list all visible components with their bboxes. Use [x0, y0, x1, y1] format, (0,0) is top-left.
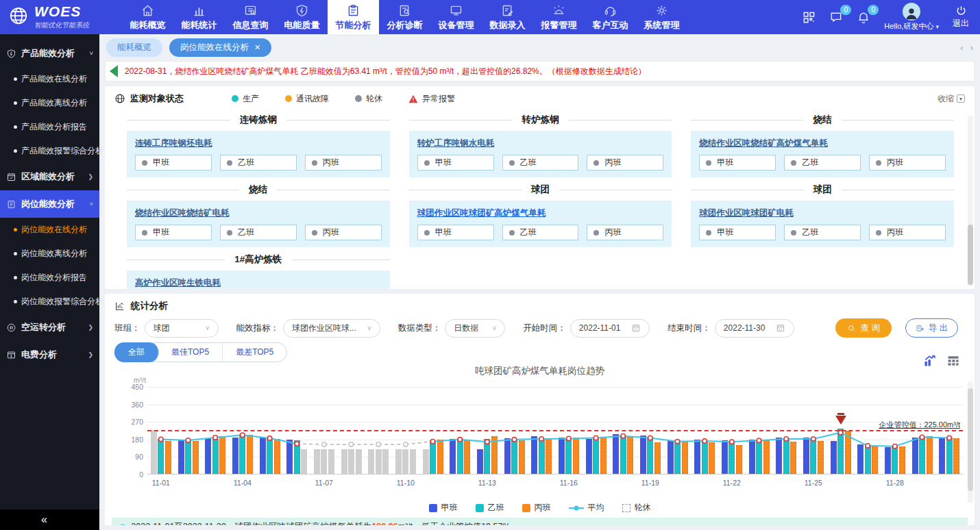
kpi-card-link[interactable]: 烧结作业区吨烧结矿高炉煤气单耗 [699, 138, 828, 149]
group-title: 烧结 [249, 184, 267, 196]
sidebar-item-electricity-fee[interactable]: 电费分析❯ [0, 341, 99, 368]
shift-button-2[interactable]: 乙班 [220, 225, 297, 240]
sidebar-subitem[interactable]: 岗位能效报警综合分析 [0, 290, 99, 314]
monitor-group: 球团球团作业区吨球团矿电耗甲班乙班丙班 [691, 177, 954, 247]
sidebar-item-post-analysis[interactable]: 岗位能效分析˅ [0, 190, 99, 218]
nav-item-power-quality[interactable]: 电能质量 [276, 0, 328, 34]
date-input-end-date[interactable]: 2022-11-30 [715, 319, 795, 338]
shift-button-1[interactable]: 甲班 [135, 225, 212, 240]
sidebar-subitem[interactable]: 产品能效在线分析 [0, 67, 99, 91]
page-tab[interactable]: 能耗概览 [106, 38, 162, 57]
close-icon[interactable]: ✕ [254, 43, 260, 52]
logout-button[interactable]: 退出 [953, 5, 969, 29]
sidebar-subitem[interactable]: 产品能效报警综合分析 [0, 139, 99, 163]
sidebar-collapse-button[interactable]: « [0, 509, 99, 530]
kpi-card-link[interactable]: 烧结作业区吨烧结矿电耗 [135, 207, 230, 219]
sidebar-subitem[interactable]: 岗位能效离线分析 [0, 242, 99, 266]
tab-next-icon[interactable]: › [970, 42, 973, 53]
shift-button-2[interactable]: 乙班 [784, 225, 861, 240]
stats-scrollbar-thumb[interactable] [968, 388, 973, 491]
legend-item[interactable]: 甲班 [429, 502, 458, 514]
stats-scrollbar[interactable] [968, 381, 973, 503]
sidebar-item-region-analysis[interactable]: 区域能效分析❯ [0, 163, 99, 190]
kpi-card-link[interactable]: 连铸工序吨钢坯电耗 [135, 138, 212, 149]
summary-suffix: m³/t，低于企业管控值19.57% [398, 522, 511, 526]
chart-view-toggle-icon[interactable] [922, 354, 938, 368]
sidebar-subitem[interactable]: 产品能效离线分析 [0, 91, 99, 115]
monitor-scrollbar[interactable] [968, 115, 973, 286]
power-quality-icon [295, 3, 309, 18]
select-data-type[interactable]: 日数据˅ [445, 319, 505, 338]
nav-item-info-query[interactable]: 信息查询 [225, 0, 276, 34]
sidebar-item-product-analysis[interactable]: 产品能效分析˅ [0, 40, 99, 67]
sidebar-item-idle-analysis[interactable]: 空运转分析❯ [0, 314, 99, 341]
shift-button-3[interactable]: 丙班 [869, 155, 946, 171]
monitor-scrollbar-thumb[interactable] [968, 225, 973, 285]
kpi-card-link[interactable]: 转炉工序吨钢水电耗 [417, 138, 495, 149]
shift-button-1[interactable]: 甲班 [699, 155, 776, 171]
kpi-card-link[interactable]: 球团作业区吨球团矿电耗 [699, 207, 794, 219]
shift-button-1[interactable]: 甲班 [699, 225, 776, 240]
user-menu[interactable]: Hello,研发中心 ▾ [884, 3, 939, 31]
shift-button-3[interactable]: 丙班 [305, 225, 382, 240]
nav-item-label: 信息查询 [233, 19, 269, 31]
shift-button-1[interactable]: 甲班 [417, 155, 494, 171]
nav-item-energy-analysis[interactable]: 节能分析 [328, 0, 379, 34]
nav-item-energy-stats[interactable]: 能耗统计 [173, 0, 225, 34]
diagnosis-icon [397, 3, 412, 18]
notifications-bell-icon[interactable]: 0 [857, 10, 870, 24]
select-shift-group[interactable]: 球团˅ [145, 319, 219, 338]
qr-code-icon[interactable] [803, 11, 816, 24]
divider [127, 190, 239, 190]
filter-end-date: 结束时间：2022-11-30 [667, 319, 794, 338]
kpi-card-link[interactable]: 高炉作业区吨生铁电耗 [135, 277, 221, 289]
filter-start-date: 开始时间：2022-11-01 [523, 319, 650, 338]
table-view-toggle-icon[interactable] [946, 354, 961, 368]
legend-item[interactable]: 乙班 [476, 502, 504, 514]
filter-data-type: 数据类型：日数据˅ [398, 319, 506, 338]
shift-button-2[interactable]: 乙班 [502, 225, 579, 240]
legend-item-rest[interactable]: 轮休 [622, 502, 651, 514]
tab-prev-icon[interactable]: ‹ [960, 42, 963, 53]
open-tabs-bar: 能耗概览岗位能效在线分析✕‹› [99, 34, 980, 60]
select-kpi[interactable]: 球团作业区吨球...˅ [283, 319, 380, 338]
rest-status-dot-icon [142, 230, 147, 236]
page-tab[interactable]: 岗位能效在线分析✕ [169, 38, 271, 57]
shift-button-1[interactable]: 甲班 [135, 155, 212, 171]
nav-item-customer[interactable]: 客户互动 [585, 0, 636, 34]
nav-item-device-mgmt[interactable]: 设备管理 [430, 0, 482, 34]
legend-item-average[interactable]: 平均 [569, 502, 604, 514]
filter-value: 2022-11-30 [724, 323, 765, 333]
shift-button-3[interactable]: 丙班 [305, 155, 382, 171]
sidebar-subitem[interactable]: 产品能效分析报告 [0, 115, 99, 139]
kpi-card-link[interactable]: 球团作业区吨球团矿高炉煤气单耗 [417, 207, 546, 219]
legend-item[interactable]: 丙班 [522, 502, 551, 514]
nav-item-diagnosis[interactable]: 分析诊断 [379, 0, 430, 34]
shift-button-3[interactable]: 丙班 [869, 225, 946, 240]
sidebar-subitem[interactable]: 岗位能效在线分析 [0, 218, 99, 242]
kpi-card: 烧结作业区吨烧结矿高炉煤气单耗甲班乙班丙班 [691, 131, 954, 177]
legend-swatch-icon [476, 504, 484, 512]
date-input-start-date[interactable]: 2022-11-01 [570, 319, 650, 338]
nav-item-energy-overview[interactable]: 能耗概览 [122, 0, 173, 34]
nav-item-data-entry[interactable]: 数据录入 [482, 0, 533, 34]
sidebar-subitem[interactable]: 岗位能效分析报告 [0, 266, 99, 290]
shift-label: 甲班 [435, 157, 452, 168]
shift-button-3[interactable]: 丙班 [587, 225, 663, 240]
shift-button-1[interactable]: 甲班 [417, 225, 494, 240]
view-tab[interactable]: 最佳TOP5 [158, 343, 223, 362]
shift-button-2[interactable]: 乙班 [502, 155, 579, 171]
view-tab[interactable]: 全部 [114, 342, 159, 362]
app-name: WOES [34, 4, 89, 18]
query-button[interactable]: 查 询 [835, 318, 891, 338]
shift-button-3[interactable]: 丙班 [587, 155, 663, 171]
shift-button-2[interactable]: 乙班 [784, 155, 861, 171]
view-tab[interactable]: 最差TOP5 [223, 343, 286, 362]
messages-icon[interactable]: 0 [829, 10, 843, 24]
nav-item-alarm-mgmt[interactable]: 报警管理 [533, 0, 585, 34]
export-button[interactable]: 导 出 [905, 318, 958, 338]
collapse-panel-button[interactable]: 收缩 ▾ [938, 93, 965, 105]
shift-button-2[interactable]: 乙班 [220, 155, 297, 171]
shift-label: 甲班 [153, 157, 169, 168]
nav-item-system-mgmt[interactable]: 系统管理 [636, 0, 687, 34]
